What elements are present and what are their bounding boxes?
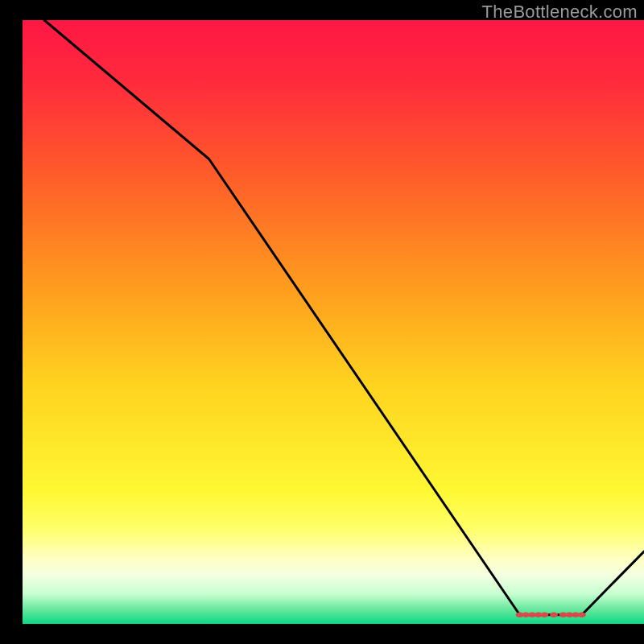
chart-container: { "attribution": "TheBottleneck.com", "c… <box>0 0 644 644</box>
marker-dot <box>550 613 558 617</box>
marker-dot <box>578 613 586 617</box>
chart-background <box>23 20 644 624</box>
chart-svg <box>0 0 644 644</box>
marker-dot <box>540 613 548 617</box>
